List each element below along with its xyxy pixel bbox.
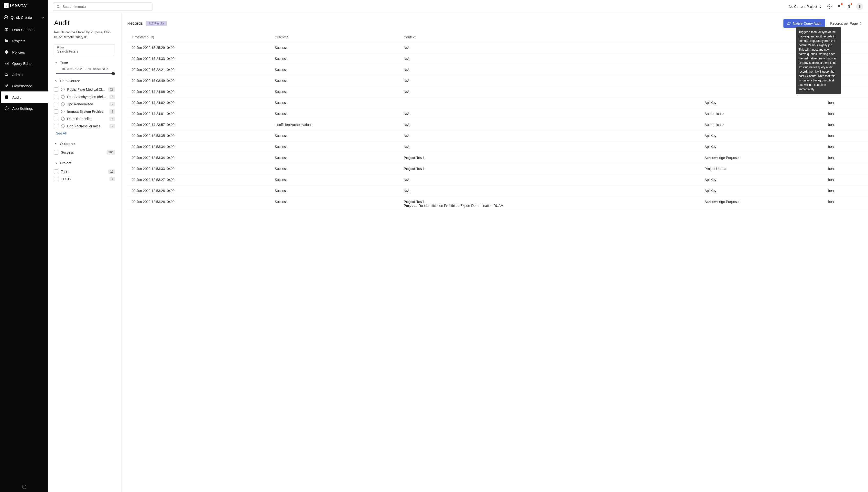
- cell-record-type: Authenticate: [700, 108, 823, 119]
- col-context[interactable]: Context: [399, 32, 700, 42]
- see-all-link[interactable]: See All: [54, 130, 69, 137]
- checkbox[interactable]: [54, 177, 58, 181]
- logo-text: IMMUTA®: [10, 3, 28, 7]
- table-row[interactable]: 09 Jun 2022 12:53:34 -0400SuccessN/AApi …: [127, 141, 868, 152]
- count-badge: 2: [109, 117, 115, 121]
- sidebar-item-governance[interactable]: Governance: [0, 80, 48, 92]
- sidebar-item-label: Policies: [12, 50, 25, 54]
- native-query-audit-button[interactable]: Native Query Audit: [784, 19, 825, 28]
- table-row[interactable]: 09 Jun 2022 14:24:02 -0400SuccessApi Key…: [127, 97, 868, 108]
- code-icon: [4, 61, 9, 66]
- table-row[interactable]: 09 Jun 2022 12:53:35 -0400SuccessN/AApi …: [127, 130, 868, 141]
- cell-outcome: Success: [270, 97, 399, 108]
- filters-search-input[interactable]: [57, 49, 112, 53]
- filter-label: Dbo Factresellersales: [67, 124, 107, 128]
- project-selector[interactable]: No Current Project: [789, 5, 822, 8]
- table-row[interactable]: 09 Jun 2022 15:22:21 -0400SuccessN/Aben.: [127, 64, 868, 75]
- health-button[interactable]: [846, 4, 851, 9]
- count-badge: 2: [109, 102, 115, 106]
- cell-context: N/A: [399, 53, 700, 64]
- table-row[interactable]: 09 Jun 2022 14:24:01 -0400SuccessN/AAuth…: [127, 108, 868, 119]
- checkbox[interactable]: [54, 95, 58, 99]
- folder-icon: [4, 39, 9, 43]
- logo[interactable]: I IMMUTA®: [0, 0, 48, 11]
- sidebar-item-label: Projects: [12, 39, 25, 43]
- svg-rect-10: [848, 6, 849, 8]
- layers-icon: [4, 27, 9, 32]
- cell-timestamp: 09 Jun 2022 14:23:57 -0400: [127, 119, 270, 130]
- cell-context: N/A: [399, 86, 700, 97]
- sidebar-item-label: Governance: [12, 84, 32, 88]
- quick-create-button[interactable]: Quick Create ▶: [0, 11, 48, 24]
- doc-icon: [4, 95, 9, 99]
- table-row[interactable]: 09 Jun 2022 14:23:57 -0400insufficientAu…: [127, 119, 868, 130]
- checkbox[interactable]: [54, 124, 58, 128]
- sidebar-item-data-sources[interactable]: Data Sources: [0, 24, 48, 35]
- table-row[interactable]: 09 Jun 2022 14:24:06 -0400SuccessN/Aben.: [127, 86, 868, 97]
- cell-user: ben.: [823, 97, 868, 108]
- filter-section-datasource[interactable]: Data Source: [54, 79, 115, 83]
- info-icon[interactable]: [61, 88, 65, 92]
- table-row[interactable]: 09 Jun 2022 15:24:33 -0400SuccessN/Aben.: [127, 53, 868, 64]
- checkbox[interactable]: [54, 169, 58, 174]
- settings-button[interactable]: [827, 4, 832, 9]
- table-row[interactable]: 09 Jun 2022 12:53:34 -0400SuccessProject…: [127, 152, 868, 163]
- filter-row: Success204: [54, 149, 115, 156]
- filters-search[interactable]: Filters: [54, 44, 115, 55]
- table-row[interactable]: 09 Jun 2022 12:53:27 -0400SuccessN/AApi …: [127, 174, 868, 186]
- sidebar-item-projects[interactable]: Projects: [0, 35, 48, 46]
- filter-section-time[interactable]: Time: [54, 60, 115, 64]
- user-avatar[interactable]: B: [856, 3, 863, 10]
- col-timestamp[interactable]: Timestamp: [127, 32, 270, 42]
- cell-user: ben.: [823, 174, 868, 186]
- col-outcome[interactable]: Outcome: [270, 32, 399, 42]
- cell-context: N/A: [399, 42, 700, 53]
- sidebar-item-app-settings[interactable]: App Settings: [0, 103, 48, 114]
- checkbox[interactable]: [54, 117, 58, 121]
- count-badge: 4: [109, 95, 115, 99]
- info-icon[interactable]: [61, 124, 65, 128]
- notifications-button[interactable]: [837, 4, 842, 9]
- sidebar-item-admin[interactable]: Admin: [0, 69, 48, 80]
- checkbox[interactable]: [54, 150, 58, 154]
- cell-outcome: Success: [270, 141, 399, 152]
- records-per-page[interactable]: Records per Page: [830, 22, 862, 25]
- project-header: Project: [60, 161, 71, 165]
- info-icon[interactable]: [61, 109, 65, 114]
- table-row[interactable]: 09 Jun 2022 15:08:49 -0400SuccessN/Aben.: [127, 75, 868, 86]
- cell-timestamp: 09 Jun 2022 12:53:34 -0400: [127, 141, 270, 152]
- filter-section-outcome[interactable]: Outcome: [54, 142, 115, 146]
- cell-timestamp: 09 Jun 2022 14:24:06 -0400: [127, 86, 270, 97]
- info-icon[interactable]: [61, 117, 65, 121]
- collapse-sidebar[interactable]: +: [0, 482, 48, 492]
- sidebar-item-policies[interactable]: Policies: [0, 46, 48, 58]
- slider-thumb-icon[interactable]: [111, 72, 115, 75]
- filters-pane: Audit Results can be filtered by Purpose…: [48, 13, 122, 492]
- global-search[interactable]: [53, 2, 153, 11]
- time-header: Time: [60, 60, 68, 64]
- table-row[interactable]: 09 Jun 2022 15:25:29 -0400SuccessN/Apost: [127, 42, 868, 53]
- filter-section-project[interactable]: Project: [54, 161, 115, 165]
- info-icon[interactable]: [61, 102, 65, 106]
- chevron-up-icon: [54, 79, 57, 83]
- gear-icon: [4, 106, 9, 110]
- svg-rect-7: [6, 97, 7, 97]
- checkbox[interactable]: [54, 109, 58, 114]
- table-row[interactable]: 09 Jun 2022 12:53:26 -0400SuccessProject…: [127, 196, 868, 211]
- topbar: No Current Project B: [48, 0, 868, 13]
- sidebar-item-query-editor[interactable]: Query Editor: [0, 58, 48, 69]
- time-slider[interactable]: [56, 73, 113, 74]
- info-icon[interactable]: [61, 95, 65, 99]
- checkbox[interactable]: [54, 87, 58, 92]
- logo-mark-icon: I: [4, 3, 8, 8]
- filter-row: Test112: [54, 168, 115, 175]
- checkbox[interactable]: [54, 102, 58, 106]
- cell-timestamp: 09 Jun 2022 15:22:21 -0400: [127, 64, 270, 75]
- table-row[interactable]: 09 Jun 2022 12:53:26 -0400SuccessN/AApi …: [127, 186, 868, 196]
- cell-context: [399, 97, 700, 108]
- table-row[interactable]: 09 Jun 2022 12:53:33 -0400SuccessProject…: [127, 163, 868, 174]
- sidebar-item-audit[interactable]: Audit: [0, 92, 48, 103]
- search-input[interactable]: [62, 5, 149, 8]
- rpp-label: Records per Page: [830, 22, 858, 25]
- filters-input-label: Filters: [57, 46, 112, 49]
